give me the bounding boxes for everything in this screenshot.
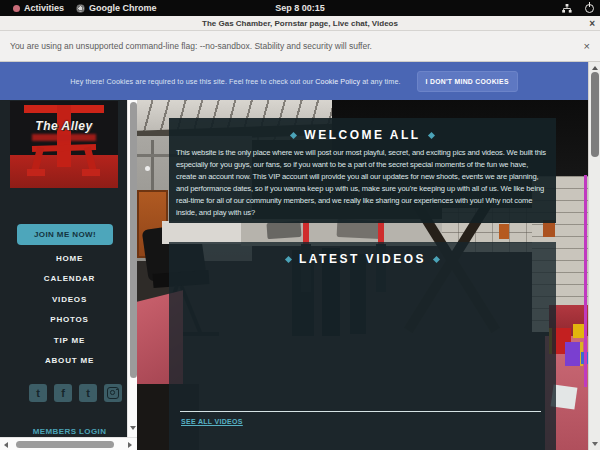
scroll-down-arrow-icon[interactable] (130, 426, 136, 430)
welcome-panel: WELCOME ALL This website is the only pla… (169, 118, 556, 223)
sidebar-item-photos[interactable]: PHOTOS (0, 310, 127, 331)
clock[interactable]: Sep 8 00:15 (0, 0, 600, 16)
logo-frame-foot (27, 169, 45, 176)
tumblr-icon[interactable]: t (79, 384, 97, 402)
join-me-now-button[interactable]: JOIN ME NOW! (17, 224, 113, 245)
main-area: WELCOME ALL This website is the only pla… (137, 100, 588, 450)
sidebar-nav: HOME CALENDAR VIDEOS PHOTOS TIP ME ABOUT… (0, 248, 127, 371)
cookie-message-after: at any time. (360, 77, 400, 86)
power-icon (585, 4, 594, 13)
flag-warning-text: You are using an unsupported command-lin… (10, 41, 372, 51)
diamond-icon (285, 255, 292, 262)
photo-light-switch (145, 166, 150, 171)
sidebar-item-home[interactable]: HOME (0, 248, 127, 269)
cookie-accept-button[interactable]: I DON'T MIND COOKIES (417, 71, 518, 92)
instagram-camera-icon (107, 387, 119, 399)
sidebar-item-about-me[interactable]: ABOUT ME (0, 351, 127, 372)
photo-red-candle (303, 220, 309, 244)
members-login-link[interactable]: MEMBERS LOGIN (0, 427, 127, 436)
logo-text: The Alley (10, 119, 118, 133)
browser-vertical-scrollbar[interactable] (588, 62, 600, 450)
sidebar-item-tip-me[interactable]: TIP ME (0, 330, 127, 351)
window-title: The Gas Chamber, Pornstar page, Live cha… (202, 19, 398, 28)
chrome-flag-warning-bar: You are using an unsupported command-lin… (0, 31, 600, 62)
gnome-top-bar: Activities Google Chrome Sep 8 00:15 (0, 0, 600, 16)
sidebar-horizontal-scrollbar[interactable] (0, 437, 137, 450)
page-content: The Alley JOIN ME NOW! HOME CALENDAR VID… (0, 100, 588, 450)
photo-red-candle (378, 220, 384, 244)
cookie-message-before: Hey there! Cookies are required to use t… (70, 77, 315, 86)
cookie-notice-bar: Hey there! Cookies are required to use t… (0, 62, 588, 100)
facebook-icon[interactable]: f (54, 384, 72, 402)
sidebar-vertical-scrollbar-thumb[interactable] (130, 102, 137, 378)
scroll-down-arrow-icon[interactable] (592, 442, 598, 446)
welcome-title: WELCOME ALL (304, 128, 420, 142)
instagram-icon[interactable] (104, 384, 122, 402)
latest-videos-title: LATEST VIDEOS (299, 252, 426, 266)
window-close-button[interactable]: × (589, 16, 595, 31)
welcome-heading: WELCOME ALL (169, 128, 556, 142)
clock-label: Sep 8 00:15 (275, 3, 325, 13)
cookie-message: Hey there! Cookies are required to use t… (70, 77, 400, 86)
divider-line (180, 411, 541, 412)
see-all-videos-link[interactable]: SEE ALL VIDEOS (181, 418, 243, 425)
photo-graffiti (266, 221, 301, 239)
twitter-icon[interactable]: t (29, 384, 47, 402)
warning-close-button[interactable]: × (584, 40, 590, 52)
system-tray[interactable] (562, 0, 594, 16)
sidebar-vertical-scrollbar[interactable] (127, 100, 137, 437)
photo-orange-object (499, 224, 509, 239)
diamond-icon (433, 255, 440, 262)
cookie-policy-link[interactable]: Cookie Policy (315, 77, 360, 86)
latest-videos-panel: LATEST VIDEOS SEE ALL VIDEOS (169, 242, 556, 450)
photo-magenta-stripe (584, 175, 587, 387)
diamond-icon (428, 131, 435, 138)
sidebar-item-calendar[interactable]: CALENDAR (0, 269, 127, 290)
social-links: t f t (29, 384, 122, 402)
sidebar-item-videos[interactable]: VIDEOS (0, 289, 127, 310)
sidebar: The Alley JOIN ME NOW! HOME CALENDAR VID… (0, 100, 127, 437)
browser-scrollbar-thumb[interactable] (591, 72, 599, 157)
instagram-flash-icon (116, 389, 118, 391)
photo-white-wall (162, 221, 244, 244)
logo-red-subtext-blur (32, 134, 96, 141)
scroll-left-arrow-icon[interactable] (4, 442, 8, 448)
screen: Activities Google Chrome Sep 8 00:15 The… (0, 0, 600, 450)
diamond-icon (290, 131, 297, 138)
logo-frame-foot (82, 169, 100, 176)
sidebar-horizontal-scrollbar-thumb[interactable] (16, 441, 114, 448)
instagram-lens-icon (110, 390, 115, 395)
scroll-up-arrow-icon[interactable] (592, 66, 598, 70)
window-title-bar: The Gas Chamber, Pornstar page, Live cha… (0, 16, 600, 31)
scroll-right-arrow-icon[interactable] (128, 442, 132, 448)
welcome-body-text: This website is the only place where we … (176, 147, 549, 220)
network-icon (562, 4, 572, 13)
page-viewport: Hey there! Cookies are required to use t… (0, 62, 588, 450)
latest-videos-heading: LATEST VIDEOS (169, 252, 556, 266)
site-logo[interactable]: The Alley (10, 101, 118, 188)
